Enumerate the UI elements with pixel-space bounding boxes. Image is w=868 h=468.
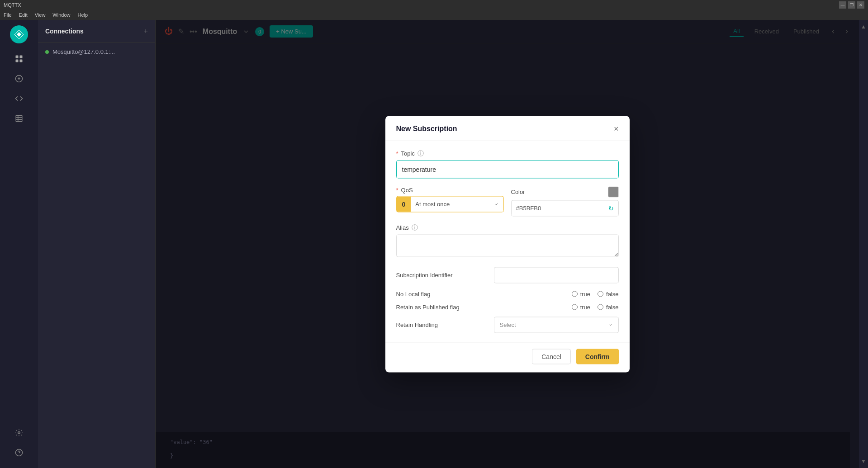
retain-published-radio-group: true false [572, 303, 619, 310]
confirm-button[interactable]: Confirm [576, 349, 619, 364]
no-local-flag-row: No Local flag true false [396, 290, 619, 297]
alias-label: Alias ⓘ [396, 223, 619, 232]
scroll-down-icon[interactable]: ▼ [861, 458, 866, 464]
restore-button[interactable]: ❐ [848, 1, 855, 9]
dialog-close-button[interactable]: × [614, 124, 619, 133]
retain-published-true-radio[interactable] [572, 304, 578, 310]
qos-col: * QoS 0 At most once [396, 186, 504, 212]
qos-select[interactable]: 0 At most once [396, 196, 504, 212]
retain-handling-row: Retain Handling Select [396, 317, 619, 333]
no-local-flag-label: No Local flag [396, 290, 431, 297]
sidebar-icon-help[interactable] [11, 444, 27, 461]
retain-published-true-option[interactable]: true [572, 303, 590, 310]
no-local-false-option[interactable]: false [598, 290, 618, 297]
menu-window[interactable]: Window [52, 12, 70, 18]
dialog-body: * Topic ⓘ * QoS 0 [385, 140, 630, 342]
retain-published-false-radio[interactable] [598, 304, 603, 310]
color-picker-button[interactable] [608, 186, 619, 197]
retain-handling-label: Retain Handling [396, 321, 487, 328]
color-col: Color #B5BFB0 ↻ [511, 186, 619, 216]
cancel-button[interactable]: Cancel [532, 349, 571, 364]
retain-handling-value: Select [500, 321, 516, 328]
no-local-false-label: false [606, 290, 618, 297]
topic-input[interactable] [396, 160, 619, 178]
qos-label-text: QoS [401, 186, 413, 193]
sub-identifier-label: Subscription Identifier [396, 272, 487, 279]
sidebar-icon-add[interactable] [11, 71, 27, 87]
retain-published-false-option[interactable]: false [598, 303, 618, 310]
svg-rect-3 [20, 60, 23, 62]
sidebar [0, 20, 38, 468]
qos-option-label: At most once [411, 201, 503, 208]
qos-required-marker: * [396, 186, 398, 193]
topic-info-icon[interactable]: ⓘ [417, 149, 424, 157]
color-value-text: #B5BFB0 [516, 205, 541, 212]
alias-input[interactable] [396, 234, 619, 257]
no-local-true-label: true [580, 290, 590, 297]
retain-published-flag-row: Retain as Published flag true false [396, 303, 619, 310]
sidebar-icon-settings[interactable] [11, 425, 27, 441]
svg-point-11 [18, 432, 20, 434]
titlebar-title: MQTTX [4, 2, 21, 8]
sub-identifier-input[interactable] [494, 267, 619, 283]
app-logo [10, 25, 28, 43]
dialog-title: New Subscription [396, 125, 457, 133]
svg-rect-1 [20, 56, 23, 58]
dialog-header: New Subscription × [385, 116, 630, 140]
new-subscription-dialog: New Subscription × * Topic ⓘ [385, 116, 630, 372]
qos-option-text: At most once [415, 201, 450, 208]
qos-color-row: * QoS 0 At most once [396, 186, 619, 216]
retain-published-label: Retain as Published flag [396, 303, 460, 310]
close-button[interactable]: ✕ [857, 1, 864, 9]
retain-handling-select[interactable]: Select [494, 317, 619, 333]
titlebar-controls: — ❐ ✕ [839, 1, 864, 9]
main-content: ⏻ ✎ ••• Mosquitto 0 + New Su... All Rece… [156, 20, 859, 468]
sub-identifier-row: Subscription Identifier [396, 267, 619, 283]
sidebar-bottom [11, 425, 27, 468]
right-scrollbar: ▲ ▼ [859, 20, 868, 468]
svg-rect-0 [16, 56, 19, 58]
menu-file[interactable]: File [4, 12, 12, 18]
color-refresh-icon[interactable]: ↻ [608, 204, 614, 212]
minimize-button[interactable]: — [839, 1, 846, 9]
connections-panel: Connections + Mosquitto@127.0.0.1:... [38, 20, 156, 468]
titlebar: MQTTX — ❐ ✕ [0, 0, 868, 10]
menu-edit[interactable]: Edit [19, 12, 28, 18]
retain-published-false-label: false [606, 303, 618, 310]
no-local-false-radio[interactable] [598, 291, 603, 297]
connection-status-dot [45, 50, 49, 54]
alias-label-text: Alias [396, 224, 409, 231]
retain-published-true-label: true [580, 303, 590, 310]
sidebar-icon-code[interactable] [11, 90, 27, 107]
qos-value: 0 [397, 196, 411, 212]
add-connection-button[interactable]: + [144, 27, 148, 35]
connection-name: Mosquitto@127.0.0.1:... [52, 48, 115, 55]
sidebar-icon-table[interactable] [11, 110, 27, 127]
dialog-footer: Cancel Confirm [385, 342, 630, 372]
color-label-text: Color [511, 189, 525, 195]
scroll-up-icon[interactable]: ▲ [861, 24, 866, 30]
retain-handling-chevron-icon [607, 322, 613, 327]
alias-info-icon[interactable]: ⓘ [412, 223, 418, 232]
connections-header: Connections + [38, 20, 155, 43]
color-field: #B5BFB0 ↻ [511, 200, 619, 216]
topic-label-text: Topic [401, 150, 415, 157]
qos-label: * QoS [396, 186, 504, 193]
topic-label: * Topic ⓘ [396, 149, 619, 157]
app-container: Connections + Mosquitto@127.0.0.1:... ⏻ … [0, 20, 868, 468]
qos-chevron-icon [493, 201, 499, 207]
connection-item-mosquitto[interactable]: Mosquitto@127.0.0.1:... [38, 43, 155, 61]
menu-help[interactable]: Help [77, 12, 88, 18]
alias-field-group: Alias ⓘ [396, 223, 619, 259]
sidebar-icon-connections[interactable] [11, 51, 27, 67]
no-local-true-radio[interactable] [572, 291, 578, 297]
no-local-true-option[interactable]: true [572, 290, 590, 297]
svg-rect-2 [16, 60, 19, 62]
menu-view[interactable]: View [35, 12, 46, 18]
logo-icon [14, 29, 24, 40]
no-local-radio-group: true false [572, 290, 619, 297]
connections-title: Connections [45, 28, 84, 35]
topic-field-group: * Topic ⓘ [396, 149, 619, 178]
color-label: Color [511, 186, 619, 197]
svg-rect-7 [16, 115, 22, 122]
